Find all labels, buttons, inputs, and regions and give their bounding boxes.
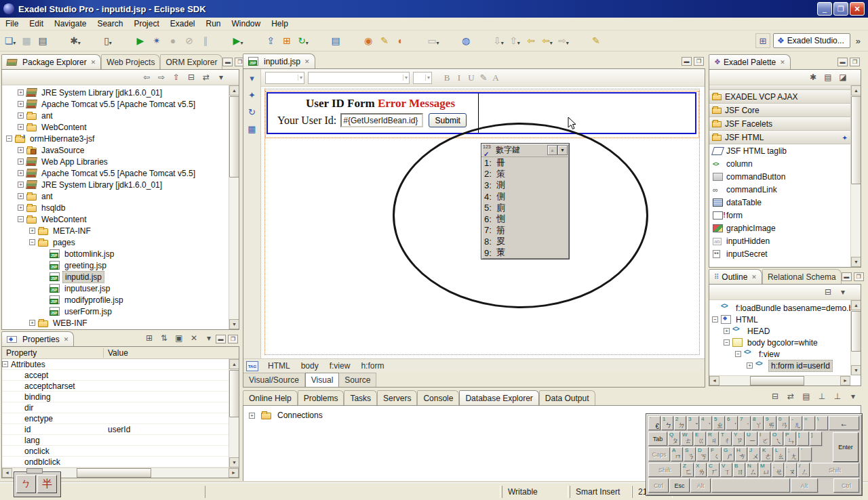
minimize-view-icon[interactable]: ▬: [837, 58, 848, 66]
tree-item[interactable]: + WebContent: [6, 121, 229, 133]
keyboard-key[interactable]: M ㄩ: [759, 463, 771, 477]
ime-candidate[interactable]: 3: 測: [481, 180, 569, 191]
keyboard-key[interactable]: 4 ˋ: [700, 416, 712, 430]
keyboard-key[interactable]: U ㄧ: [745, 432, 757, 446]
ime-mode-button[interactable]: ㄅ: [16, 475, 36, 493]
open-perspective-icon[interactable]: ⊞: [755, 33, 770, 48]
menu-item[interactable]: Edit: [24, 18, 49, 30]
keyboard-key[interactable]: G ㄕ: [722, 447, 734, 461]
palette-item[interactable]: graphicImage: [709, 222, 850, 234]
submit-button[interactable]: Submit: [429, 113, 467, 127]
scroll-down-icon[interactable]: ▼: [229, 457, 239, 467]
tab-inputid-jsp[interactable]: inputid.jsp ✕: [243, 54, 315, 68]
scrollbar-thumb[interactable]: [851, 96, 861, 184]
keyboard-key[interactable]: [711, 478, 790, 493]
toolbar-icon[interactable]: ◉: [360, 33, 376, 49]
tree-item[interactable]: + META-INF: [6, 225, 229, 236]
candidate-next-icon[interactable]: ▼: [557, 145, 568, 155]
toolbar-icon[interactable]: [572, 33, 588, 49]
keyboard-key[interactable]: F ㄑ: [709, 447, 722, 461]
keyboard-key[interactable]: Alt: [791, 478, 818, 493]
keyboard-key[interactable]: A ㄇ: [671, 447, 683, 461]
tree-item[interactable]: userForm.jsp: [6, 306, 229, 317]
minimize-button[interactable]: _: [817, 2, 832, 16]
tab-properties[interactable]: Properties ✕: [1, 331, 74, 346]
palette-item[interactable]: dataTable: [709, 196, 850, 209]
toolbar-icon[interactable]: [344, 33, 360, 49]
bottom-tab[interactable]: Tasks: [344, 390, 377, 405]
keyboard-key[interactable]: C ㄏ: [707, 463, 719, 477]
editor-mode-tab[interactable]: Visual: [305, 373, 339, 387]
keyboard-key[interactable]: . ㄡ: [785, 463, 797, 477]
visual-editor-canvas[interactable]: User ID Form Error Messages Your User Id…: [261, 87, 705, 358]
toolbar-icon[interactable]: ⇦: [539, 33, 555, 49]
tree-item[interactable]: − pages: [6, 236, 229, 248]
menu-item[interactable]: Navigate: [49, 18, 92, 30]
keyboard-key[interactable]: [: [797, 432, 809, 446]
editor-tool-icon[interactable]: ▦: [248, 124, 256, 134]
tree-expander[interactable]: +: [249, 413, 255, 419]
keyboard-key[interactable]: J ㄨ: [748, 447, 760, 461]
keyboard-key[interactable]: L ㄠ: [774, 447, 786, 461]
tree-item[interactable]: + JavaSource: [6, 144, 229, 156]
editor-mode-tab[interactable]: Source: [339, 373, 376, 387]
menu-item[interactable]: Window: [226, 18, 267, 30]
view-tool-icon[interactable]: ⊟: [184, 71, 198, 83]
keyboard-key[interactable]: D ㄎ: [696, 447, 709, 461]
perspective-button[interactable]: ❖ Exadel Studio...: [773, 33, 850, 48]
view-tool-icon[interactable]: ▣: [172, 332, 186, 344]
format-button[interactable]: I: [453, 72, 465, 84]
tab-relational-schema[interactable]: Relational Schema: [762, 269, 842, 284]
palette-item[interactable]: commandLink: [709, 183, 850, 196]
keyboard-key[interactable]: R ㄐ: [707, 432, 719, 446]
menu-item[interactable]: Help: [266, 18, 294, 30]
minimize-view-icon[interactable]: ▬: [216, 335, 226, 343]
toolbar-icon[interactable]: [409, 33, 425, 49]
bottom-tab[interactable]: Data Output: [539, 390, 595, 405]
toolbar-icon[interactable]: ✴: [149, 33, 165, 49]
toolbar-icon[interactable]: [311, 33, 328, 49]
keyboard-key[interactable]: E ㄍ: [694, 432, 706, 446]
tree-expander[interactable]: +: [18, 147, 24, 153]
toolbar-icon[interactable]: [246, 33, 262, 49]
tree-item[interactable]: − body bgcolor=white: [712, 337, 850, 348]
view-tool-icon[interactable]: ▾: [214, 71, 228, 83]
toolbar-icon[interactable]: ⇪: [262, 33, 279, 49]
toolbar-icon[interactable]: ⇨: [555, 33, 572, 49]
tree-item[interactable]: f:loadBundle basename=demo.bun: [712, 302, 850, 314]
bottom-tab[interactable]: Online Help: [243, 390, 298, 405]
tree-expander[interactable]: +: [18, 89, 24, 96]
ime-candidate[interactable]: 9: 茦: [481, 247, 569, 259]
view-tool-icon[interactable]: ✕: [187, 332, 201, 344]
view-tool-icon[interactable]: ⇄: [784, 390, 797, 402]
view-tool-icon[interactable]: ⊟: [821, 286, 835, 298]
close-button[interactable]: ✕: [850, 2, 865, 16]
keyboard-key[interactable]: N ㄙ: [746, 463, 758, 477]
scroll-down-icon[interactable]: ▼: [851, 365, 861, 375]
palette-item[interactable]: commandButton: [709, 170, 850, 183]
keyboard-key[interactable]: 2 ㄉ: [674, 416, 686, 430]
keyboard-key[interactable]: Alt: [690, 478, 711, 493]
keyboard-key[interactable]: 3 ˇ: [687, 416, 699, 430]
toolbar-icon[interactable]: ✎: [376, 33, 393, 49]
toolbar-icon[interactable]: [116, 33, 132, 49]
minimize-view-icon[interactable]: ▬: [682, 57, 692, 66]
toolbar-icon[interactable]: ⇩: [490, 33, 507, 49]
outline-scrollbar[interactable]: ▲ ▼: [850, 300, 861, 375]
palette-item[interactable]: inputSecret: [709, 247, 850, 260]
maximize-view-icon[interactable]: ❐: [228, 335, 238, 343]
tree-item[interactable]: + WEB-INF: [6, 317, 229, 329]
toolbar-icon[interactable]: ↻: [295, 33, 311, 49]
view-tool-icon[interactable]: ▤: [800, 390, 813, 402]
keyboard-key[interactable]: Ctrl: [833, 478, 859, 493]
bottom-tab[interactable]: Database Explorer: [459, 390, 538, 405]
toolbar-icon[interactable]: ▤: [35, 33, 51, 49]
tree-item[interactable]: + h:form id=userId: [712, 360, 850, 371]
keyboard-key[interactable]: \: [816, 416, 828, 430]
keyboard-key[interactable]: H ㄘ: [735, 447, 747, 461]
tree-expander[interactable]: −: [735, 351, 741, 357]
editor-tool-icon[interactable]: ▾: [250, 73, 254, 83]
tree-expander[interactable]: +: [18, 182, 24, 188]
candidate-prev-icon[interactable]: ▲: [547, 145, 557, 155]
toolbar-icon[interactable]: [51, 33, 67, 49]
